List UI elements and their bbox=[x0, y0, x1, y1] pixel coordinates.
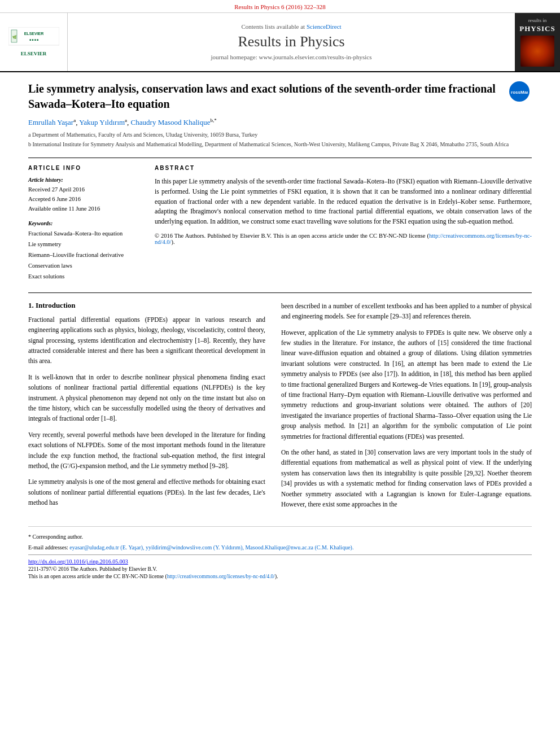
crossmark-icon: CrossMark bbox=[509, 81, 530, 102]
body-left-col: 1. Introduction Fractional partial diffe… bbox=[28, 301, 265, 515]
info-abstract-section: ARTICLE INFO Article history: Received 2… bbox=[28, 158, 532, 282]
keyword-1: Fractional Sawada–Kotera–Ito equation bbox=[28, 229, 141, 239]
section1-title: 1. Introduction bbox=[28, 301, 265, 310]
authors-line: Emrullah Yaşara, Yakup Yıldırıma, Chaudr… bbox=[28, 117, 532, 127]
keyword-5: Exact solutions bbox=[28, 272, 141, 282]
author-yasar[interactable]: Emrullah Yaşar bbox=[28, 118, 73, 126]
affiliation-b: b International Institute for Symmetry A… bbox=[28, 140, 532, 148]
badge-physics: PHYSICS bbox=[519, 24, 555, 33]
intro-para3: Very recently, several powerful methods … bbox=[28, 430, 265, 471]
doi-link[interactable]: http://dx.doi.org/10.1016/j.rinp.2016.05… bbox=[28, 558, 128, 565]
page-container: Results in Physics 6 (2016) 322–328 ELSE… bbox=[0, 0, 560, 747]
journal-homepage: journal homepage: www.journals.elsevier.… bbox=[211, 54, 372, 60]
keywords-label: Keywords: bbox=[28, 220, 141, 226]
article-history-block: Article history: Received 27 April 2016 … bbox=[28, 177, 141, 213]
available-date: Available online 11 June 2016 bbox=[28, 204, 141, 214]
received-date: Received 27 April 2016 bbox=[28, 185, 141, 195]
keyword-4: Conservation laws bbox=[28, 261, 141, 272]
journal-header: ELSEVIER ■ ■ ■ ■ 🌿 ELSEVIER Contents lis… bbox=[0, 13, 560, 72]
crossmark: CrossMark bbox=[509, 81, 532, 104]
article-info-heading: ARTICLE INFO bbox=[28, 165, 141, 171]
abstract-heading: ABSTRACT bbox=[155, 165, 532, 171]
top-bar: Results in Physics 6 (2016) 322–328 bbox=[0, 0, 560, 13]
main-content: Lie symmetry analysis, conservation laws… bbox=[0, 72, 560, 591]
header-center: Contents lists available at ScienceDirec… bbox=[68, 13, 515, 71]
journal-title: Results in Physics bbox=[238, 33, 344, 50]
doi-line: http://dx.doi.org/10.1016/j.rinp.2016.05… bbox=[28, 558, 532, 565]
email3-link[interactable]: Masood.Khalique@nwu.ac.za (C.M. Khalique… bbox=[245, 544, 353, 551]
svg-text:ELSEVIER: ELSEVIER bbox=[24, 32, 43, 36]
issn-line: 2211-3797/© 2016 The Authors. Published … bbox=[28, 566, 532, 572]
keyword-3: Riemann–Liouville fractional derivative bbox=[28, 250, 141, 261]
intro-right-para2: However, application of the Lie symmetry… bbox=[281, 327, 532, 442]
svg-text:🌿: 🌿 bbox=[12, 35, 16, 40]
keywords-block: Keywords: Fractional Sawada–Kotera–Ito e… bbox=[28, 220, 141, 282]
affiliation-a: a Department of Mathematics, Faculty of … bbox=[28, 130, 532, 139]
header-right-badge: results in PHYSICS bbox=[515, 13, 560, 71]
email1-link[interactable]: eyasar@uludag.edu.tr (E. Yaşar), bbox=[69, 544, 144, 551]
intro-right-para3: On the other hand, as stated in [30] con… bbox=[281, 447, 532, 509]
header-left: ELSEVIER ■ ■ ■ ■ 🌿 ELSEVIER bbox=[0, 13, 68, 71]
copyright-text: © 2016 The Authors. Published by Elsevie… bbox=[155, 233, 429, 239]
copyright-line: © 2016 The Authors. Published by Elsevie… bbox=[155, 233, 532, 245]
affiliations-block: a Department of Mathematics, Faculty of … bbox=[28, 130, 532, 148]
badge-results-in: results in bbox=[528, 18, 547, 24]
sciencedirect-link[interactable]: ScienceDirect bbox=[307, 23, 342, 30]
email2-link[interactable]: yyildirim@windowslive.com (Y. Yıldırım), bbox=[146, 544, 244, 551]
body-content: 1. Introduction Fractional partial diffe… bbox=[28, 292, 532, 515]
intro-para1: Fractional partial differential equation… bbox=[28, 314, 265, 366]
open-access-line: This is an open access article under the… bbox=[28, 574, 532, 579]
author-khalique[interactable]: Chaudry Masood Khalique bbox=[131, 118, 211, 126]
footer-divider bbox=[28, 554, 532, 555]
svg-text:CrossMark: CrossMark bbox=[511, 90, 528, 95]
accepted-date: Accepted 6 June 2016 bbox=[28, 195, 141, 204]
svg-text:■ ■ ■ ■: ■ ■ ■ ■ bbox=[29, 38, 38, 41]
intro-para2: It is well-known that in order to descri… bbox=[28, 372, 265, 424]
abstract-col: ABSTRACT In this paper Lie symmetry anal… bbox=[155, 165, 532, 282]
intro-para4: Lie symmetry analysis is one of the most… bbox=[28, 477, 265, 508]
keyword-2: Lie symmetry bbox=[28, 239, 141, 250]
journal-issue: Results in Physics 6 (2016) 322–328 bbox=[234, 3, 326, 10]
email-addresses: E-mail addresses: eyasar@uludag.edu.tr (… bbox=[28, 543, 532, 552]
badge-image bbox=[520, 36, 554, 67]
elsevier-logo: ELSEVIER ■ ■ ■ ■ 🌿 bbox=[8, 27, 59, 50]
intro-right-para1: been described in a number of excellent … bbox=[281, 301, 532, 322]
author-yildirim[interactable]: Yakup Yıldırım bbox=[79, 118, 125, 126]
paper-title-text: Lie symmetry analysis, conservation laws… bbox=[28, 82, 496, 110]
copyright-close: ). bbox=[171, 239, 174, 245]
sciencedirect-line: Contents lists available at ScienceDirec… bbox=[241, 23, 341, 30]
article-info-col: ARTICLE INFO Article history: Received 2… bbox=[28, 165, 141, 282]
paper-title-block: Lie symmetry analysis, conservation laws… bbox=[28, 81, 532, 112]
corresponding-author-note: * Corresponding author. bbox=[28, 532, 532, 541]
footer-section: * Corresponding author. E-mail addresses… bbox=[28, 526, 532, 579]
abstract-text: In this paper Lie symmetry analysis of t… bbox=[155, 177, 532, 227]
body-two-col: 1. Introduction Fractional partial diffe… bbox=[28, 301, 532, 515]
keywords-list: Fractional Sawada–Kotera–Ito equation Li… bbox=[28, 229, 141, 282]
elsevier-label: ELSEVIER bbox=[21, 51, 47, 56]
body-right-col: been described in a number of excellent … bbox=[281, 301, 532, 515]
history-label: Article history: bbox=[28, 177, 141, 183]
footer-license-link[interactable]: http://creativecommons.org/licenses/by-n… bbox=[167, 574, 275, 579]
